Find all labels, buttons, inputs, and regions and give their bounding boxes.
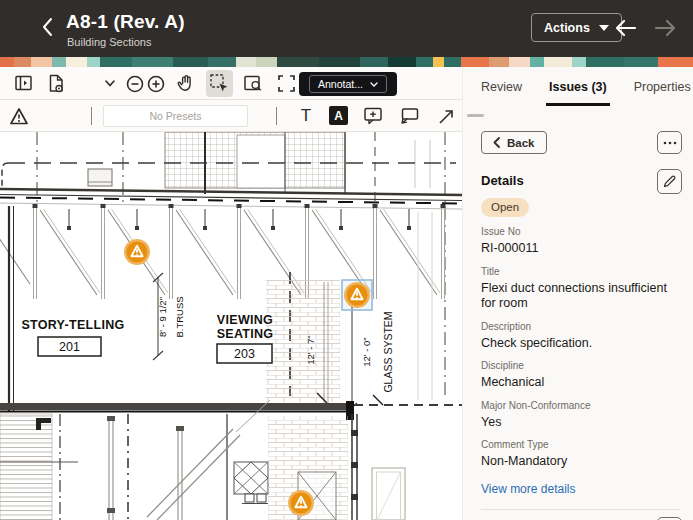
field-label: Title <box>481 266 684 277</box>
actions-label: Actions <box>544 21 590 35</box>
details-header-row: Details <box>481 171 684 189</box>
text-tool-icon[interactable]: T <box>296 105 316 127</box>
annotate-mode-dropdown[interactable]: Annotat... <box>299 72 397 96</box>
details-heading: Details <box>481 173 524 188</box>
field-title: Title Flexi duct connections insufficien… <box>481 266 684 312</box>
zoom-in-icon[interactable] <box>146 74 165 93</box>
fit-screen-icon[interactable] <box>277 74 296 93</box>
zoom-out-icon[interactable] <box>125 74 144 93</box>
room-number-201: 201 <box>59 340 80 354</box>
previous-arrow-icon[interactable] <box>613 17 639 39</box>
add-comment-button[interactable] <box>657 517 682 520</box>
room-label-viewing: VIEWING <box>217 313 273 327</box>
marquee-select-icon[interactable] <box>206 70 233 97</box>
tab-properties[interactable]: Properties <box>634 80 691 106</box>
header-bar: A8-1 (Rev. A) Building Sections Actions <box>0 0 693 57</box>
chevron-down-icon[interactable] <box>104 77 116 89</box>
field-value: Yes <box>481 415 681 431</box>
chevron-left-icon <box>493 137 500 148</box>
back-label: Back <box>507 137 535 149</box>
architectural-drawing: STORY-TELLING 201 VIEWING SEATING 203 8'… <box>0 132 462 520</box>
comment-add-icon[interactable] <box>363 106 384 126</box>
toolbar-divider <box>91 107 92 125</box>
next-arrow-icon[interactable] <box>652 17 678 39</box>
field-value: Mechanical <box>481 375 681 391</box>
field-major-non-conformance: Major Non-Conformance Yes <box>481 400 684 431</box>
panel-resize-grip[interactable] <box>467 114 484 117</box>
field-label: Issue No <box>481 226 684 237</box>
issues-panel: Review Issues (3) Properties Back Detail… <box>462 67 693 520</box>
drawing-canvas[interactable]: STORY-TELLING 201 VIEWING SEATING 203 8'… <box>0 132 462 520</box>
tab-issues[interactable]: Issues (3) <box>546 80 610 106</box>
issue-pin[interactable] <box>124 239 150 265</box>
tab-review[interactable]: Review <box>481 80 522 106</box>
field-value: RI-000011 <box>481 241 681 257</box>
status-badge: Open <box>481 198 529 217</box>
issue-pin[interactable] <box>288 490 314 516</box>
back-button[interactable]: Back <box>481 131 547 154</box>
page-title: A8-1 (Rev. A) <box>66 11 185 33</box>
caret-down-icon <box>370 82 378 87</box>
decorative-banner <box>0 57 693 67</box>
field-value: Check specification. <box>481 336 681 352</box>
edit-issue-button[interactable] <box>657 169 682 194</box>
page-preview-icon[interactable] <box>46 72 66 94</box>
caret-down-icon <box>599 25 609 31</box>
panel-toolbar-row: Back <box>481 131 684 154</box>
field-label: Comment Type <box>481 439 684 450</box>
dimension-label: 12' - 0" <box>361 337 372 366</box>
dimension-label: 12' - 7" <box>305 335 316 364</box>
viewer-toolbar: Annotat... <box>0 67 462 100</box>
callout-tool-icon[interactable] <box>399 107 420 125</box>
field-label: Discipline <box>481 360 684 371</box>
actions-button[interactable]: Actions <box>531 13 622 42</box>
view-more-details-link[interactable]: View more details <box>481 482 684 496</box>
room-label-seating: SEATING <box>217 327 274 341</box>
pencil-icon <box>663 175 676 188</box>
document-viewer-app: A8-1 (Rev. A) Building Sections Actions <box>0 0 693 520</box>
issue-pin-selected[interactable] <box>344 282 370 308</box>
issue-stamp-icon[interactable] <box>8 105 30 127</box>
field-value: Flexi duct connections insufficient for … <box>481 281 681 312</box>
panel-content: Back Details Open Issue No RI-000011 Tit… <box>463 123 693 520</box>
field-discipline: Discipline Mechanical <box>481 360 684 391</box>
field-issue-no: Issue No RI-000011 <box>481 226 684 257</box>
annotate-mode-label: Annotat... <box>318 78 363 90</box>
room-number-203: 203 <box>234 347 255 361</box>
panel-toggle-icon[interactable] <box>13 73 33 93</box>
section-divider <box>481 509 680 510</box>
ellipsis-icon <box>663 141 677 145</box>
field-description: Description Check specification. <box>481 321 684 352</box>
annotation-toolbar: No Presets T A <box>0 100 462 132</box>
dimension-label: 8' - 9 1/2" <box>157 297 168 337</box>
page-subtitle: Building Sections <box>67 36 151 48</box>
field-value: Non-Mandatory <box>481 454 681 470</box>
glass-system-label: GLASS SYSTEM <box>382 311 394 392</box>
room-label-story-telling: STORY-TELLING <box>21 318 124 332</box>
back-icon[interactable] <box>40 16 56 38</box>
truss-label: B.TRUSS <box>174 296 185 337</box>
panel-tabs: Review Issues (3) Properties <box>481 80 691 106</box>
field-label: Description <box>481 321 684 332</box>
field-comment-type: Comment Type Non-Mandatory <box>481 439 684 470</box>
highlight-tool-icon[interactable]: A <box>329 106 348 125</box>
field-label: Major Non-Conformance <box>481 400 684 411</box>
preset-dropdown[interactable]: No Presets <box>103 105 248 127</box>
region-zoom-icon[interactable] <box>243 73 264 93</box>
arrow-tool-icon[interactable] <box>436 106 456 126</box>
more-options-button[interactable] <box>657 131 682 154</box>
drawing-viewer: Annotat... No Presets T A <box>0 67 462 520</box>
pan-hand-icon[interactable] <box>175 73 195 93</box>
toolbar-divider <box>276 107 277 125</box>
